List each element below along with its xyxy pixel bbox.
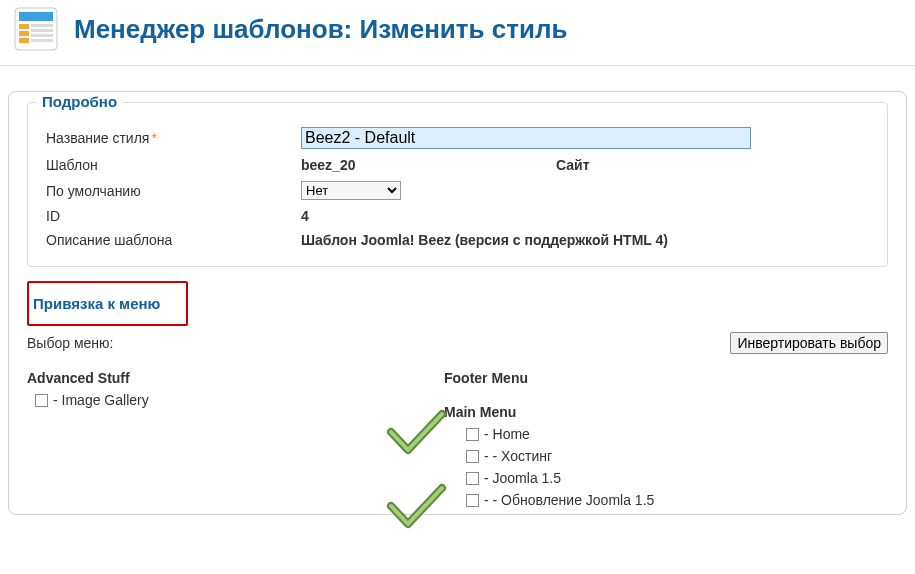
svg-rect-8 bbox=[31, 39, 53, 42]
details-legend: Подробно bbox=[36, 93, 123, 110]
menu-item[interactable]: - Image Gallery bbox=[35, 392, 444, 408]
svg-rect-2 bbox=[19, 24, 29, 29]
template-value: beez_20 bbox=[301, 157, 556, 173]
style-name-input[interactable] bbox=[301, 127, 751, 149]
location-value: Сайт bbox=[556, 157, 590, 173]
menu-item-label: - Joomla 1.5 bbox=[484, 470, 561, 486]
svg-rect-4 bbox=[19, 38, 29, 43]
binding-highlight-box: Привязка к меню bbox=[27, 281, 188, 326]
page-header: Менеджер шаблонов: Изменить стиль bbox=[0, 0, 915, 66]
menu-item[interactable]: - - Обновление Joomla 1.5 bbox=[466, 492, 861, 508]
svg-rect-6 bbox=[31, 29, 53, 32]
svg-rect-7 bbox=[31, 34, 53, 37]
default-select[interactable]: Нет bbox=[301, 181, 401, 200]
menu-item-label: - - Хостинг bbox=[484, 448, 552, 464]
checkbox-icon[interactable] bbox=[466, 428, 479, 441]
menu-item[interactable]: - Joomla 1.5 bbox=[466, 470, 861, 486]
details-fieldset: Подробно Название стиля* Шаблон beez_20 … bbox=[27, 102, 888, 267]
menu-item-label: - Image Gallery bbox=[53, 392, 149, 408]
menu-item[interactable]: - - Хостинг bbox=[466, 448, 861, 464]
checkbox-icon[interactable] bbox=[466, 494, 479, 507]
id-value: 4 bbox=[301, 208, 869, 224]
page-title: Менеджер шаблонов: Изменить стиль bbox=[74, 14, 567, 45]
menu-item-label: - - Обновление Joomla 1.5 bbox=[484, 492, 654, 508]
checkbox-icon[interactable] bbox=[35, 394, 48, 407]
invert-selection-button[interactable]: Инвертировать выбор bbox=[730, 332, 888, 354]
svg-rect-1 bbox=[19, 12, 53, 21]
menu-heading-footer: Footer Menu bbox=[444, 370, 861, 386]
menu-item-label: - Home bbox=[484, 426, 530, 442]
checkbox-icon[interactable] bbox=[466, 472, 479, 485]
template-manager-icon bbox=[12, 5, 60, 53]
id-label: ID bbox=[46, 208, 301, 224]
binding-legend: Привязка к меню bbox=[33, 295, 160, 312]
menu-heading-main: Main Menu bbox=[444, 404, 861, 420]
menu-item[interactable]: - Home bbox=[466, 426, 861, 442]
style-name-label: Название стиля* bbox=[46, 130, 301, 146]
menu-heading-advanced: Advanced Stuff bbox=[27, 370, 444, 386]
default-label: По умолчанию bbox=[46, 183, 301, 199]
menu-select-label: Выбор меню: bbox=[27, 335, 730, 351]
template-label: Шаблон bbox=[46, 157, 301, 173]
svg-rect-5 bbox=[31, 24, 53, 27]
description-value: Шаблон Joomla! Beez (версия с поддержкой… bbox=[301, 232, 869, 248]
svg-rect-3 bbox=[19, 31, 29, 36]
checkbox-icon[interactable] bbox=[466, 450, 479, 463]
description-label: Описание шаблона bbox=[46, 232, 301, 248]
